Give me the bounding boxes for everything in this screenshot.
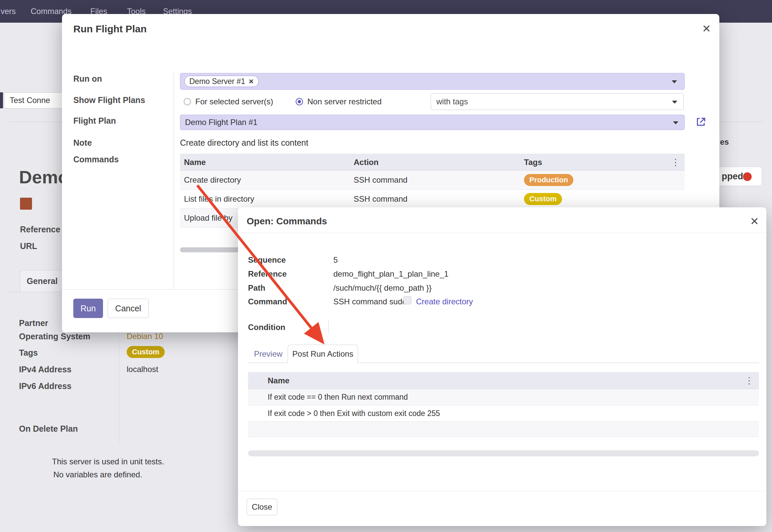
info-divider: [119, 317, 119, 444]
tab-preview[interactable]: Preview: [254, 349, 282, 359]
tab-general-label: General: [27, 276, 58, 286]
flight-plan-label: Flight Plan: [73, 116, 116, 126]
reference-label: Reference: [20, 225, 60, 234]
cancel-button[interactable]: Cancel: [108, 299, 149, 318]
run-on-caret-icon: [672, 80, 677, 83]
action-row-label: If exit code == 0 then Run next command: [268, 393, 408, 402]
server-color-swatch[interactable]: [20, 198, 32, 210]
test-connection-label: Test Conne: [10, 96, 50, 105]
tab-general[interactable]: General: [20, 270, 64, 292]
command-label: Command: [248, 297, 287, 306]
ipv6-label: IPv6 Address: [19, 381, 71, 391]
radio-non-server-restricted[interactable]: [296, 98, 303, 105]
close-button[interactable]: Close: [247, 499, 277, 515]
reference-field-value: demo_flight_plan_1_plan_line_1: [333, 269, 449, 279]
toolbar-button-fragment[interactable]: [0, 92, 3, 108]
cell-name: Create directory: [184, 175, 241, 185]
sequence-value: 5: [333, 255, 338, 265]
horizontal-scrollbar[interactable]: [248, 450, 759, 456]
radio-non-server-restricted-label[interactable]: Non server restricted: [307, 97, 382, 106]
commands-modal-title: Open: Commands: [247, 216, 327, 227]
tab-post-run-actions[interactable]: Post Run Actions: [288, 345, 358, 363]
show-flight-plans-label: Show Flight Plans: [73, 95, 145, 105]
tag-badge-production-label: Production: [529, 176, 568, 184]
col-tags[interactable]: Tags: [524, 158, 542, 167]
flight-plan-value: Demo Flight Plan #1: [185, 118, 257, 127]
table-row[interactable]: List files in directory SSH command Cust…: [180, 190, 685, 209]
col-action[interactable]: Action: [354, 158, 379, 167]
command-value: SSH command sudo: [333, 297, 407, 306]
commands-modal-close-icon[interactable]: ✕: [750, 216, 759, 227]
table-row[interactable]: Create directory SSH command Production: [180, 171, 685, 190]
url-label: URL: [20, 241, 37, 251]
radio-selected-servers-label[interactable]: For selected server(s): [195, 97, 273, 106]
tab-post-run-actions-label: Post Run Actions: [292, 349, 353, 359]
cell-name: Upload file by: [184, 213, 232, 223]
commands-modal-header-divider: [238, 233, 766, 233]
nav-item-servers[interactable]: vers: [1, 7, 16, 16]
flight-plan-select[interactable]: Demo Flight Plan #1: [180, 115, 685, 130]
tag-badge-custom-label: Custom: [529, 195, 557, 203]
server-page-title: Demo: [19, 167, 69, 187]
path-value: /such/much/{{ demo_path }}: [333, 283, 432, 293]
cell-action: SSH command: [354, 194, 407, 204]
screen: vers Commands Files Tools Settings Test …: [0, 0, 772, 532]
action-row[interactable]: If exit code == 0 then Run next command: [248, 389, 759, 405]
unit-test-note-line2: No variables are defined.: [53, 470, 142, 479]
form-divider: [174, 73, 174, 289]
cell-name: List files in directory: [184, 194, 254, 204]
run-modal-title: Run Flight Plan: [73, 23, 147, 35]
on-delete-plan-label: On Delete Plan: [19, 424, 78, 434]
cancel-button-label: Cancel: [115, 304, 141, 313]
note-label: Note: [73, 138, 92, 148]
condition-divider: [328, 319, 329, 334]
actions-table-header: Name ⋮: [248, 372, 759, 389]
reference-field-label: Reference: [248, 269, 287, 279]
right-label-fragment: es: [720, 137, 729, 147]
status-label-fragment: pped: [722, 171, 743, 182]
operating-system-value: Debian 10: [127, 332, 163, 341]
tag-badge-production: Production: [524, 174, 573, 186]
run-on-field[interactable]: Demo Server #1 ✕: [180, 73, 685, 90]
create-directory-link[interactable]: Create directory: [416, 297, 473, 306]
partner-label: Partner: [19, 318, 48, 328]
run-modal-close-icon[interactable]: ✕: [702, 23, 711, 34]
ipv4-label: IPv4 Address: [19, 365, 71, 374]
cell-action: SSH command: [354, 175, 407, 185]
close-button-label: Close: [252, 502, 272, 512]
sequence-label: Sequence: [248, 255, 286, 265]
with-tags-value: with tags: [436, 97, 468, 106]
server-chip-label: Demo Server #1: [189, 77, 245, 86]
condition-label: Condition: [248, 323, 285, 332]
server-tag-badge-label: Custom: [132, 348, 159, 356]
col-name[interactable]: Name: [184, 158, 206, 167]
server-chip[interactable]: Demo Server #1 ✕: [184, 76, 259, 87]
radio-selected-servers[interactable]: [184, 98, 191, 105]
commands-table-header: Name Action Tags ⋮: [180, 154, 685, 171]
server-chip-remove-icon[interactable]: ✕: [248, 78, 254, 85]
action-row-label: If exit code > 0 then Exit with custom e…: [268, 409, 440, 418]
commands-label: Commands: [73, 155, 119, 164]
with-tags-caret-icon: [672, 101, 677, 104]
actions-col-name[interactable]: Name: [268, 376, 289, 385]
server-tag-badge[interactable]: Custom: [127, 346, 165, 358]
external-link-icon[interactable]: [695, 116, 707, 128]
table-options-icon[interactable]: ⋮: [671, 158, 680, 167]
commands-modal-footer-divider: [238, 491, 766, 491]
tag-badge-custom: Custom: [524, 193, 562, 205]
create-directory-checkbox[interactable]: [403, 296, 411, 304]
run-button[interactable]: Run: [73, 299, 103, 318]
flight-plan-caret-icon: [673, 121, 678, 124]
status-dot: [743, 172, 752, 181]
run-on-label: Run on: [73, 74, 102, 84]
with-tags-select[interactable]: with tags: [431, 93, 684, 110]
action-row[interactable]: If exit code > 0 then Exit with custom e…: [248, 405, 759, 422]
operating-system-label: Operating System: [19, 332, 90, 341]
open-commands-modal: Open: Commands ✕ Sequence Reference Path…: [238, 207, 766, 526]
note-value: Create directory and list its content: [180, 138, 308, 148]
ipv4-value: localhost: [127, 365, 158, 374]
action-row-empty: [248, 422, 759, 437]
test-connection-button[interactable]: Test Conne: [4, 92, 64, 108]
tags-label: Tags: [19, 348, 38, 358]
actions-table-options-icon[interactable]: ⋮: [745, 376, 754, 385]
